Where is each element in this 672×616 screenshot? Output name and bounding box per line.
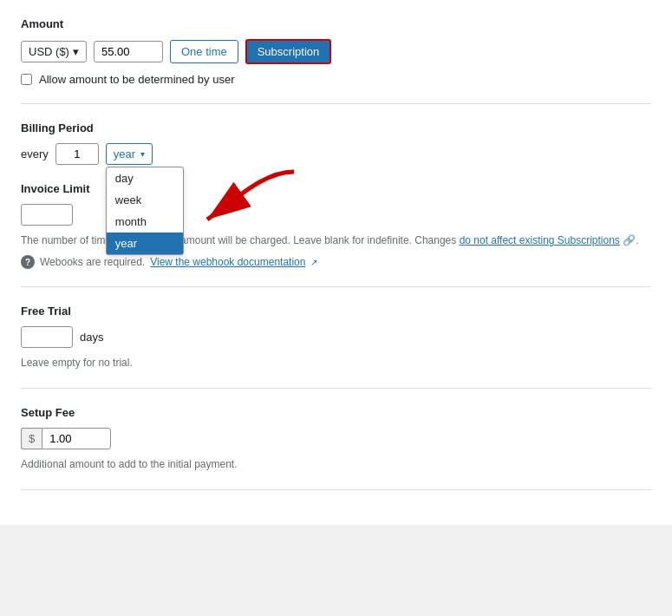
invoice-limit-input[interactable] [21,204,73,226]
one-time-button[interactable]: One time [170,40,238,63]
do-not-affect-link[interactable]: do not affect existing Subscriptions [460,234,620,246]
dropdown-item-day[interactable]: day [107,167,183,189]
period-number-input[interactable] [55,143,99,165]
allow-user-row: Allow amount to be determined by user [21,73,651,86]
billing-section: Billing Period every year ▾ day week mon… [21,121,651,287]
external-link-icon: ↗ [310,258,317,267]
currency-select[interactable]: USD ($) ▾ [21,41,87,62]
amount-row: USD ($) ▾ One time Subscription [21,39,651,64]
dropdown-item-week[interactable]: week [107,189,183,211]
setup-fee-input[interactable] [42,428,111,449]
dollar-prefix: $ [21,428,42,449]
chevron-down-icon: ▾ [140,149,145,159]
setup-fee-row: $ [21,428,651,449]
webhook-text: Webooks are required. [40,256,145,268]
free-trial-label: Free Trial [21,305,651,318]
every-label: every [21,147,49,161]
free-trial-row: days [21,326,651,348]
link1-label: do not affect existing Subscriptions [460,234,620,246]
period-dropdown-container: year ▾ day week month year [106,143,153,165]
billing-row: every year ▾ day week month year [21,143,651,165]
setup-fee-section: Setup Fee $ Additional amount to add to … [21,406,651,490]
amount-input[interactable] [94,41,163,62]
invoice-help-text-main: The number of times the recurring amount… [21,234,456,246]
period-select[interactable]: year ▾ [106,143,153,165]
chevron-down-icon: ▾ [73,45,79,58]
currency-label: USD ($) [29,45,69,58]
allow-user-checkbox[interactable] [21,74,32,85]
help-icon[interactable]: ? [21,255,35,269]
setup-fee-help-text: Additional amount to add to the initial … [21,458,238,470]
days-label: days [80,331,103,344]
billing-label: Billing Period [21,121,651,134]
subscription-button[interactable]: Subscription [245,39,332,64]
setup-fee-label: Setup Fee [21,406,651,419]
free-trial-section: Free Trial days Leave empty for no trial… [21,305,651,389]
dropdown-item-month[interactable]: month [107,211,183,233]
period-select-value: year [114,147,135,161]
trial-days-input[interactable] [21,326,73,348]
free-trial-help: Leave empty for no trial. [21,355,651,370]
free-trial-help-text: Leave empty for no trial. [21,357,133,369]
webhook-row: ? Webooks are required. View the webhook… [21,255,651,269]
amount-section: Amount USD ($) ▾ One time Subscription A… [21,17,651,104]
dropdown-item-year[interactable]: year [107,233,183,254]
webhook-link-label: View the webhook documentation [150,256,305,268]
amount-label: Amount [21,17,651,30]
period-dropdown-menu: day week month year [106,167,184,255]
allow-user-label: Allow amount to be determined by user [39,73,234,86]
setup-fee-help: Additional amount to add to the initial … [21,456,651,472]
webhook-link[interactable]: View the webhook documentation [150,256,305,268]
